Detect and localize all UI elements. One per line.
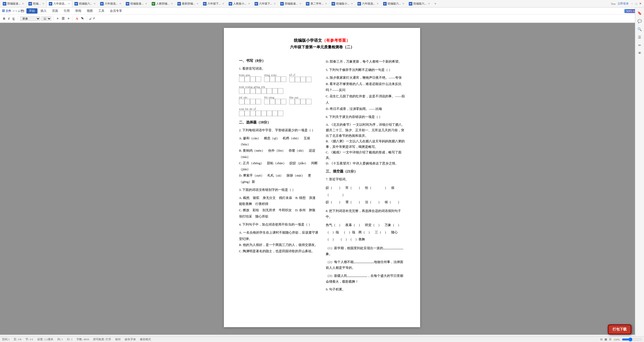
redo-btn[interactable]: ↪ bbox=[15, 10, 17, 12]
tab-第二学年[interactable]: W 第二学年... ✕ bbox=[304, 0, 329, 7]
tab-统编版六2[interactable]: W 统编版六... ✕ bbox=[381, 0, 407, 7]
char-box bbox=[245, 99, 250, 104]
tab-close[interactable]: ✕ bbox=[325, 2, 327, 5]
print-btn[interactable]: 🖨 bbox=[18, 10, 20, 12]
tab-close[interactable]: ✕ bbox=[222, 2, 224, 5]
ribbon-tab-page[interactable]: 页面 bbox=[50, 8, 61, 14]
tab-最新部编[interactable]: W 最新部编... ✕ bbox=[175, 0, 201, 7]
tab-close[interactable]: ✕ bbox=[274, 2, 276, 5]
char-box bbox=[306, 99, 311, 104]
pinyin-section-row2: jiē shi fēi téng bbox=[239, 96, 318, 116]
tab-六年级选-active[interactable]: W 六年级选... ✕ bbox=[47, 0, 72, 7]
toolbar-sep2 bbox=[53, 16, 54, 21]
pinyin-group-7: fěn suì bbox=[289, 96, 311, 104]
download-banner[interactable]: 打包下载 bbox=[608, 324, 631, 334]
tab-close[interactable]: ✕ bbox=[248, 2, 250, 5]
tab-close[interactable]: ✕ bbox=[42, 2, 44, 5]
align-left-btn[interactable]: ≡ bbox=[56, 16, 59, 21]
tab-label: 六年级选... bbox=[53, 2, 66, 6]
tab-label: 六年级选... bbox=[105, 2, 118, 6]
q8-q3: （3）新疆人民，在每个盛大的节日里都会绕着火，载歌载舞！ bbox=[326, 273, 405, 285]
char-box bbox=[295, 77, 300, 82]
align-center-btn[interactable]: ☰ bbox=[61, 16, 66, 21]
highlight-btn[interactable]: ✎ bbox=[80, 16, 85, 21]
q2-choice-a: A. 掺和（cān） 栖息（qī） 机栉（shū） 五侯（hóu） bbox=[239, 135, 318, 148]
tab-close[interactable]: ✕ bbox=[351, 2, 353, 5]
login-button[interactable]: 立即登录 bbox=[618, 2, 629, 6]
underline-btn[interactable]: U bbox=[12, 16, 16, 21]
sidebar-toc[interactable]: ☰ bbox=[636, 34, 643, 41]
q6-choice-c: C. 《戴戏》一文中详细介绍了戴戏的形成，略写了面具。 bbox=[326, 150, 405, 161]
ribbon-tab-member[interactable]: 会员专享 bbox=[107, 8, 125, 14]
tew-label: Tew bbox=[611, 2, 616, 5]
tab-close[interactable]: ✕ bbox=[402, 2, 404, 5]
format-painter-btn[interactable]: 🖌 bbox=[89, 17, 92, 20]
ribbon-tab-start[interactable]: 开始 bbox=[26, 8, 37, 14]
tab-label: 最新部编... bbox=[182, 2, 195, 6]
tab-add-button[interactable]: + bbox=[432, 2, 438, 6]
tab-close[interactable]: ✕ bbox=[145, 2, 147, 5]
tab-部编版速3[interactable]: W 部编版速... ✕ bbox=[278, 0, 304, 7]
right-col-spacer bbox=[326, 55, 405, 59]
blank-3 bbox=[347, 277, 367, 277]
font-family-select[interactable]: 宋体 黑体 bbox=[20, 16, 40, 21]
wps-menu[interactable]: ☰ 文件 bbox=[1, 9, 12, 13]
tab-close[interactable]: ✕ bbox=[94, 2, 96, 5]
pinyin-group-8: wàn bù dé yǐ bbox=[239, 107, 283, 116]
sidebar-eye[interactable]: 👁 bbox=[636, 50, 643, 57]
tab-统编版六3[interactable]: W 统编版六... ✕ bbox=[407, 0, 432, 7]
tab-统编版小[interactable]: W 统编版小... ✕ bbox=[329, 0, 355, 7]
section2-title: 二、选择题（10分） bbox=[239, 120, 318, 125]
pinyin-group-3: bǐ cǐ bbox=[289, 73, 311, 82]
tab-统编[interactable]: W 统编... ✕ bbox=[26, 0, 46, 7]
italic-btn[interactable]: I bbox=[7, 16, 11, 21]
char-box bbox=[300, 77, 306, 82]
tab-close[interactable]: ✕ bbox=[68, 2, 70, 5]
window-maximize[interactable]: □ bbox=[635, 2, 637, 5]
font-size-select[interactable]: 12 14 16 bbox=[41, 16, 51, 21]
ribbon-tab-ref[interactable]: 引用 bbox=[61, 8, 72, 14]
char-box bbox=[278, 88, 283, 94]
window-minimize[interactable]: － bbox=[631, 2, 633, 6]
tab-统编版速2[interactable]: W 统编版速... ✕ bbox=[124, 0, 149, 7]
tab-close[interactable]: ✕ bbox=[428, 2, 430, 5]
sidebar-comment[interactable]: 💬 bbox=[636, 18, 643, 25]
window-close[interactable]: ✕ bbox=[639, 2, 641, 5]
word-icon: W bbox=[255, 2, 258, 6]
q4-choice-d: D. 阳春三月，万象更新，每个人都有一个新的希望。 bbox=[326, 59, 405, 65]
char-box bbox=[267, 111, 272, 116]
tab-close[interactable]: ✕ bbox=[119, 2, 121, 5]
sidebar-edit[interactable]: ✏ bbox=[636, 42, 643, 49]
color-btn[interactable]: A bbox=[75, 16, 79, 21]
clear-format-btn[interactable]: ✗ bbox=[93, 17, 95, 20]
tab-六年级选3[interactable]: W 六年级选... ✕ bbox=[355, 0, 381, 7]
tab-close[interactable]: ✕ bbox=[196, 2, 198, 5]
ribbon-tab-insert[interactable]: 插入 bbox=[38, 8, 49, 14]
bold-btn[interactable]: B bbox=[2, 16, 6, 21]
tab-close[interactable]: ✕ bbox=[299, 2, 301, 5]
sidebar-bookmark[interactable]: 🔖 bbox=[636, 10, 643, 17]
q3-choices: A. 截然 骆驼 身无分文 残灯未庙 B. 猜想 浪漫 能歌善舞 行善积得 C.… bbox=[239, 195, 318, 220]
tab-六年级下1[interactable]: W 六年级下... ✕ bbox=[201, 0, 226, 7]
tab-统编版六1[interactable]: W 统编版六... ✕ bbox=[72, 0, 98, 7]
tab-人教部编[interactable]: W 人教部编... ✕ bbox=[149, 0, 175, 7]
char-box bbox=[256, 111, 261, 116]
tab-六年级选2[interactable]: W 六年级选... ✕ bbox=[98, 0, 124, 7]
word-icon: W bbox=[280, 2, 284, 6]
ribbon-tab-tools[interactable]: 工具 bbox=[96, 8, 107, 14]
tab-人教版小[interactable]: W 人教版小... ✕ bbox=[226, 0, 252, 7]
tab-close[interactable]: ✕ bbox=[377, 2, 379, 5]
ribbon-tab-review[interactable]: 审阅 bbox=[73, 8, 84, 14]
more-quick[interactable]: ▾ bbox=[24, 10, 25, 12]
sidebar-search2[interactable]: 🔍 bbox=[636, 26, 643, 33]
save-btn[interactable]: 💾 bbox=[21, 10, 24, 12]
tab-部编版1[interactable]: W 部编版速... ✕ bbox=[1, 0, 26, 7]
align-right-btn[interactable]: ≡ bbox=[67, 16, 70, 21]
tab-close[interactable]: ✕ bbox=[171, 2, 173, 5]
word-icon: W bbox=[74, 2, 78, 6]
ribbon-tab-view[interactable]: 视图 bbox=[84, 8, 95, 14]
char-box bbox=[289, 99, 295, 104]
tab-六年级下2[interactable]: W 六年级下... ✕ bbox=[252, 0, 278, 7]
tab-close[interactable]: ✕ bbox=[22, 2, 24, 5]
undo-btn[interactable]: ↩ bbox=[13, 10, 15, 12]
